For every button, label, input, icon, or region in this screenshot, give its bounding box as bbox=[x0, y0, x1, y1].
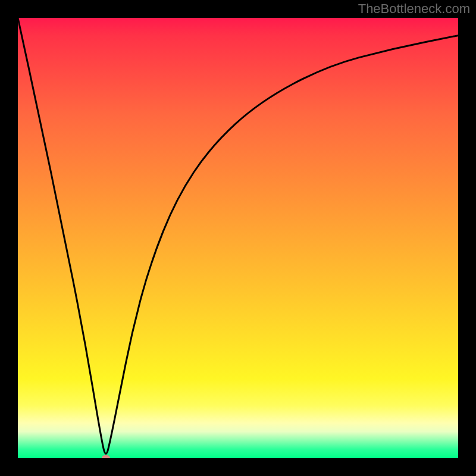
bottleneck-curve bbox=[18, 18, 458, 458]
optimal-point-marker bbox=[102, 455, 110, 459]
chart-frame: TheBottleneck.com bbox=[0, 0, 476, 476]
watermark-text: TheBottleneck.com bbox=[358, 1, 470, 17]
plot-area bbox=[18, 18, 458, 458]
